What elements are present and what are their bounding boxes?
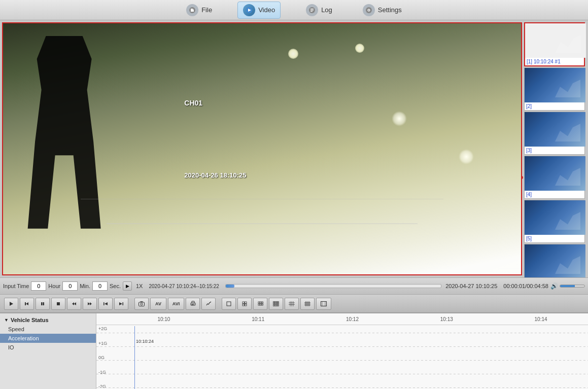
grid-line-4 xyxy=(96,374,588,374)
telemetry-acceleration[interactable]: Acceleration xyxy=(0,334,96,343)
svg-point-9 xyxy=(368,9,369,10)
layout-4-button[interactable] xyxy=(269,298,283,310)
svg-rect-33 xyxy=(245,304,247,306)
time-label-1: 10:11 xyxy=(211,316,305,322)
nav-video[interactable]: Video xyxy=(237,2,281,19)
svg-rect-50 xyxy=(276,305,278,306)
thumb-3-image xyxy=(525,112,585,147)
svg-rect-35 xyxy=(260,302,261,303)
hour-label: Hour xyxy=(48,283,60,289)
svg-rect-39 xyxy=(262,304,263,305)
svg-rect-20 xyxy=(103,302,105,305)
print-button[interactable] xyxy=(186,298,200,310)
pause-button[interactable] xyxy=(36,298,50,310)
thumbnail-3[interactable]: [3] xyxy=(524,112,585,155)
svg-marker-23 xyxy=(119,302,122,305)
fullscreen-button[interactable] xyxy=(316,298,331,310)
snapshot-button[interactable] xyxy=(134,298,149,310)
sec-label: Sec. xyxy=(110,283,121,289)
skip-end-button[interactable] xyxy=(114,298,128,310)
svg-marker-19 xyxy=(90,302,92,305)
y-label-0g: 0G xyxy=(98,355,107,360)
prev-frame-button[interactable] xyxy=(20,298,34,310)
av-label: AV xyxy=(155,301,161,306)
svg-rect-31 xyxy=(245,302,247,304)
thumb-3-label: [3] xyxy=(525,147,584,154)
chart-button[interactable] xyxy=(201,298,216,310)
min-input[interactable] xyxy=(62,281,78,291)
svg-marker-21 xyxy=(105,302,108,305)
telemetry-speed[interactable]: Speed xyxy=(0,325,96,334)
settings-icon xyxy=(363,4,375,16)
thumbnail-2[interactable]: [2] xyxy=(524,67,585,111)
nav-file[interactable]: File xyxy=(181,2,217,18)
layout-6-button[interactable] xyxy=(300,298,315,310)
thumb-4-label: [4] xyxy=(525,191,584,198)
main-content: CH01 2020-04-26 18:10:25 [1] 10:10:24 #1… xyxy=(0,20,588,277)
svg-rect-6 xyxy=(310,11,313,11)
thumbnail-panel: [1] 10:10:24 #1 [2] [3] [4] xyxy=(522,20,588,277)
svg-marker-17 xyxy=(72,302,74,305)
layout-1-button[interactable] xyxy=(222,298,236,310)
playback-bar: AV AVI xyxy=(0,295,588,313)
skip-start-button[interactable] xyxy=(98,298,113,310)
thumb-5-label: [5] xyxy=(525,235,584,242)
svg-rect-37 xyxy=(258,304,260,305)
progress-bar-container[interactable] xyxy=(225,284,441,288)
layout-2-button[interactable] xyxy=(237,298,252,310)
thumbnail-1-wrapper: [1] 10:10:24 #1 xyxy=(524,22,586,66)
volume-icon[interactable]: 🔊 xyxy=(550,282,558,290)
svg-marker-16 xyxy=(74,302,76,305)
svg-rect-27 xyxy=(191,304,194,304)
svg-rect-38 xyxy=(260,304,261,305)
current-time-display: 2020-04-27 10:10:25 xyxy=(445,283,497,289)
thumbnail-6[interactable]: [6] xyxy=(524,244,585,277)
nav-video-label: Video xyxy=(258,6,275,14)
timeline-separator xyxy=(96,325,588,325)
avi-label: AVI xyxy=(172,301,180,306)
duration-display: 00:00:01/00:04:58 xyxy=(503,283,548,289)
layout-5-button[interactable] xyxy=(285,298,299,310)
nav-log-label: Log xyxy=(321,6,332,14)
nav-settings[interactable]: Settings xyxy=(358,2,407,18)
stop-button[interactable] xyxy=(51,298,65,310)
avi-button[interactable]: AVI xyxy=(168,298,184,310)
av-button[interactable]: AV xyxy=(150,298,166,310)
telemetry-chart: 10:10 10:11 10:12 10:13 10:14 +2G +1G 0G… xyxy=(96,313,588,389)
volume-slider[interactable] xyxy=(560,285,585,288)
thumbnail-1[interactable]: [1] 10:10:24 #1 xyxy=(524,22,585,66)
fast-backward-button[interactable] xyxy=(67,298,81,310)
y-label-2g-neg: -2G xyxy=(98,384,107,389)
telemetry-io[interactable]: IO xyxy=(0,343,96,352)
svg-rect-29 xyxy=(227,302,231,306)
svg-marker-18 xyxy=(88,302,90,305)
thumbnail-3-wrapper: [3] xyxy=(524,112,586,155)
thumbnail-5[interactable]: [5] xyxy=(524,200,585,243)
input-time-label: Input Time xyxy=(3,283,29,289)
thumb-5-image xyxy=(525,200,585,235)
fast-forward-button[interactable] xyxy=(83,298,97,310)
thumb-1-label: [1] 10:10:24 #1 xyxy=(525,58,584,65)
go-button[interactable]: ▶ xyxy=(123,281,132,291)
play-button[interactable] xyxy=(4,298,18,310)
hour-input[interactable] xyxy=(31,281,46,291)
chart-timeline: 10:10 10:11 10:12 10:13 10:14 xyxy=(96,316,588,322)
svg-rect-34 xyxy=(258,302,260,303)
svg-rect-11 xyxy=(25,302,26,305)
thumbnail-5-wrapper: [5] xyxy=(524,200,586,243)
thumbnail-4[interactable]: [4] xyxy=(524,156,585,199)
layout-3-button[interactable] xyxy=(253,298,267,310)
svg-rect-32 xyxy=(243,304,245,306)
svg-rect-14 xyxy=(43,302,45,305)
svg-rect-49 xyxy=(275,305,276,306)
sec-input[interactable] xyxy=(92,281,108,291)
log-icon xyxy=(306,4,318,16)
nav-log[interactable]: Log xyxy=(301,2,337,18)
speed-display: 1X xyxy=(136,283,143,289)
svg-rect-64 xyxy=(321,301,327,306)
grid-line-1 xyxy=(96,333,588,333)
svg-marker-10 xyxy=(10,302,13,306)
svg-rect-22 xyxy=(123,302,124,305)
channel-label: CH01 xyxy=(184,99,202,107)
collapse-icon[interactable]: ▼ xyxy=(4,317,9,323)
